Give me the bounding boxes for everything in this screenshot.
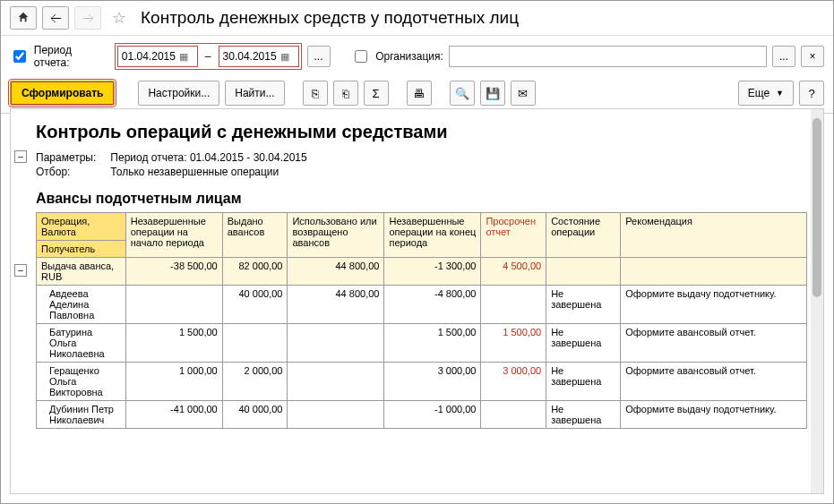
report-params-row: Параметры: Период отчета: 01.04.2015 - 3… [36,151,807,164]
settings-button[interactable]: Настройки... [138,81,219,106]
settings-label: Настройки... [148,87,210,99]
favorite-star-icon[interactable]: ☆ [112,8,126,28]
th-state: Состояние операции [546,213,621,258]
main-window: 🡠 🡢 ☆ Контроль денежных средств у подотч… [0,0,834,504]
report-subtitle: Авансы подотчетным лицам [36,191,807,207]
cell-issued [222,324,288,363]
print-icon: 🖶 [413,87,425,100]
home-button[interactable] [10,6,37,30]
mail-icon: ✉ [518,87,528,100]
cell-name: Выдача аванса, RUB [37,258,126,286]
date-to-value: 30.04.2015 [223,50,277,63]
cell-used: 44 800,00 [288,258,384,286]
cell-issued: 40 000,00 [222,401,288,429]
filter-value: Только незавершенные операции [110,166,279,178]
cell-open-end: 3 000,00 [384,363,481,401]
cell-name: Дубинин Петр Николаевич [37,401,126,429]
param-value: Период отчета: 01.04.2015 - 30.04.2015 [110,151,306,164]
th-used: Использовано или возвращено авансов [288,213,384,258]
cell-used: 44 800,00 [288,286,384,324]
cell-reco: Оформите выдачу подотчетнику. [621,286,807,324]
home-icon [17,11,30,26]
cell-open-end: -1 300,00 [384,258,481,286]
cell-reco: Оформите авансовый отчет. [621,363,807,401]
th-open-start: Незавершенные операции на начало периода [125,213,222,258]
help-label: ? [808,87,814,100]
calendar-icon[interactable]: ▦ [280,51,289,63]
cell-open-start: 1 000,00 [125,363,222,401]
params-row: Период отчета: 01.04.2015 ▦ – 30.04.2015… [1,36,833,77]
more-label: Еще [748,87,770,99]
report-body: – Контроль операций с денежными средства… [11,109,823,438]
cell-used [288,324,384,363]
titlebar: 🡠 🡢 ☆ Контроль денежных средств у подотч… [1,1,833,36]
cell-issued: 2 000,00 [222,363,288,401]
cell-name: Батурина Ольга Николаевна [37,324,126,363]
th-issued: Выдано авансов [222,213,288,258]
date-to-input[interactable]: 30.04.2015 ▦ [219,46,299,67]
table-row: Дубинин Петр Николаевич -41 000,00 40 00… [37,401,807,429]
period-label: Период отчета: [34,44,109,69]
period-fields-group: 01.04.2015 ▦ – 30.04.2015 ▦ [115,43,302,70]
collapse-button[interactable]: ⎗ [333,81,358,106]
org-picker-button[interactable]: ... [772,46,795,67]
cell-overdue [481,286,546,324]
table-row: Геращенко Ольга Викторовна 1 000,00 2 00… [37,363,807,401]
period-checkbox[interactable] [13,50,26,63]
th-reco: Рекомендация [621,213,807,258]
table-row: Батурина Ольга Николаевна 1 500,00 1 500… [37,324,807,363]
org-clear-button[interactable]: × [801,46,824,67]
find-button[interactable]: Найти... [225,81,284,106]
date-dash: – [205,50,211,63]
close-icon: × [809,50,815,63]
more-button[interactable]: Еще ▼ [738,81,794,106]
cell-used [288,363,384,401]
dots-label: ... [314,50,323,63]
cell-overdue [481,401,546,429]
date-from-input[interactable]: 01.04.2015 ▦ [117,46,198,67]
cell-open-end: -4 800,00 [384,286,481,324]
expand-icon: ⎘ [312,87,319,100]
collapse-toggle-row[interactable]: – [14,264,27,277]
help-button[interactable]: ? [799,81,824,106]
collapse-toggle[interactable]: – [14,150,27,163]
chevron-down-icon: ▼ [776,89,784,98]
cell-open-start: -41 000,00 [125,401,222,429]
generate-button[interactable]: Сформировать [10,81,115,106]
cell-state: Не завершена [546,363,621,401]
save-button[interactable]: 💾 [480,81,505,106]
cell-overdue: 3 000,00 [481,363,546,401]
org-input[interactable] [449,46,767,67]
expand-button[interactable]: ⎘ [303,81,328,106]
arrow-right-icon: 🡢 [82,12,94,25]
find-label: Найти... [235,87,274,99]
calendar-icon[interactable]: ▦ [179,51,188,63]
cell-issued: 40 000,00 [222,286,288,324]
email-button[interactable]: ✉ [511,81,536,106]
table-row: Авдеева Аделина Павловна 40 000,00 44 80… [37,286,807,324]
date-from-value: 01.04.2015 [122,50,176,63]
cell-state: Не завершена [546,401,621,429]
dots-label: ... [779,50,788,63]
sigma-icon: Σ [372,87,379,100]
cell-reco [621,258,807,286]
org-checkbox[interactable] [355,50,367,63]
preview-button[interactable]: 🔍 [450,81,475,106]
arrow-left-icon: 🡠 [50,12,62,25]
period-picker-button[interactable]: ... [307,46,331,67]
cell-open-end: 1 500,00 [384,324,481,363]
cell-state: Не завершена [546,286,621,324]
cell-overdue: 4 500,00 [481,258,546,286]
report-filter-row: Отбор: Только незавершенные операции [36,166,807,178]
param-key: Параметры: [36,151,107,164]
back-button[interactable]: 🡠 [42,6,69,30]
page-title: Контроль денежных средств у подотчетных … [141,8,519,28]
sum-button[interactable]: Σ [364,81,389,106]
print-button[interactable]: 🖶 [407,81,432,106]
report-title: Контроль операций с денежными средствами [36,122,807,142]
forward-button[interactable]: 🡢 [74,6,101,30]
cell-reco: Оформите авансовый отчет. [621,324,807,363]
org-label: Организация: [375,50,443,63]
cell-name: Геращенко Ольга Викторовна [37,363,126,401]
cell-overdue: 1 500,00 [481,324,546,363]
